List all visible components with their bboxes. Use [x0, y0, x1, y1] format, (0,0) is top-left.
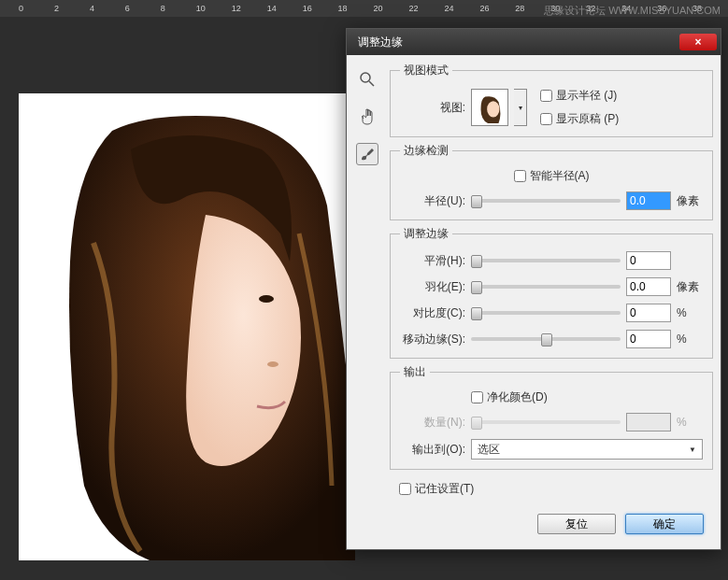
view-label: 视图:	[400, 100, 465, 116]
dialog-title: 调整边缘	[350, 35, 679, 50]
contrast-unit: %	[677, 306, 703, 319]
output-to-select[interactable]: 选区	[471, 439, 703, 460]
adjust-edge-group: 调整边缘 平滑(H): 羽化(E): 像素 对比度(C):	[390, 226, 713, 359]
feather-unit: 像素	[677, 279, 703, 295]
svg-point-2	[267, 361, 278, 367]
view-mode-group: 视图模式 视图: ▾ 显示半径 (J) 显示原稿 (P)	[390, 63, 713, 137]
watermark: 思缘设计论坛 WWW.MISSYUAN.COM	[544, 4, 721, 18]
contrast-label: 对比度(C):	[400, 305, 465, 321]
radius-input[interactable]	[626, 191, 671, 210]
reset-button[interactable]: 复位	[537, 514, 616, 534]
svg-point-3	[361, 73, 370, 82]
feather-slider[interactable]	[471, 285, 621, 289]
decontaminate-checkbox[interactable]: 净化颜色(D)	[471, 389, 548, 405]
close-button[interactable]: ×	[679, 34, 717, 50]
canvas-image	[19, 93, 355, 560]
zoom-tool-icon[interactable]	[356, 68, 378, 91]
edge-detection-group: 边缘检测 智能半径(A) 半径(U): 像素	[390, 143, 713, 220]
edge-detection-legend: 边缘检测	[400, 143, 452, 159]
smooth-input[interactable]	[626, 251, 671, 270]
shift-edge-unit: %	[677, 332, 703, 346]
amount-unit: %	[677, 416, 703, 429]
amount-slider	[471, 420, 621, 424]
output-group: 输出 净化颜色(D) 数量(N): % 输出到(O): 选区	[390, 364, 713, 470]
adjust-edge-legend: 调整边缘	[400, 226, 452, 242]
show-radius-checkbox[interactable]: 显示半径 (J)	[540, 88, 619, 104]
tool-column	[354, 63, 380, 542]
amount-input	[626, 413, 671, 431]
ok-button[interactable]: 确定	[625, 514, 704, 534]
shift-edge-input[interactable]	[626, 330, 671, 348]
contrast-slider[interactable]	[471, 311, 621, 315]
amount-label: 数量(N):	[400, 415, 465, 431]
feather-label: 羽化(E):	[400, 279, 465, 295]
show-original-checkbox[interactable]: 显示原稿 (P)	[540, 111, 619, 127]
output-to-label: 输出到(O):	[400, 442, 465, 458]
smart-radius-checkbox[interactable]: 智能半径(A)	[514, 168, 590, 184]
output-legend: 输出	[400, 364, 430, 380]
hand-tool-icon[interactable]	[356, 106, 378, 128]
remember-settings-checkbox[interactable]: 记住设置(T)	[399, 481, 704, 497]
radius-slider[interactable]	[471, 199, 621, 203]
brush-tool-icon[interactable]	[356, 143, 378, 165]
smooth-slider[interactable]	[471, 259, 621, 262]
feather-input[interactable]	[626, 277, 671, 296]
dialog-titlebar[interactable]: 调整边缘 ×	[347, 29, 721, 55]
svg-point-1	[259, 295, 274, 303]
view-dropdown-icon[interactable]: ▾	[514, 89, 527, 126]
svg-line-4	[369, 81, 374, 86]
smooth-label: 平滑(H):	[400, 253, 465, 269]
view-mode-legend: 视图模式	[400, 63, 452, 78]
contrast-input[interactable]	[626, 304, 671, 322]
svg-point-6	[487, 101, 499, 117]
view-thumbnail[interactable]	[471, 89, 508, 126]
shift-edge-label: 移动边缘(S):	[400, 332, 465, 347]
radius-label: 半径(U):	[400, 193, 465, 209]
refine-edge-dialog: 调整边缘 × 视图模式 视图: ▾	[346, 28, 721, 550]
shift-edge-slider[interactable]	[471, 337, 621, 341]
radius-unit: 像素	[677, 193, 703, 209]
